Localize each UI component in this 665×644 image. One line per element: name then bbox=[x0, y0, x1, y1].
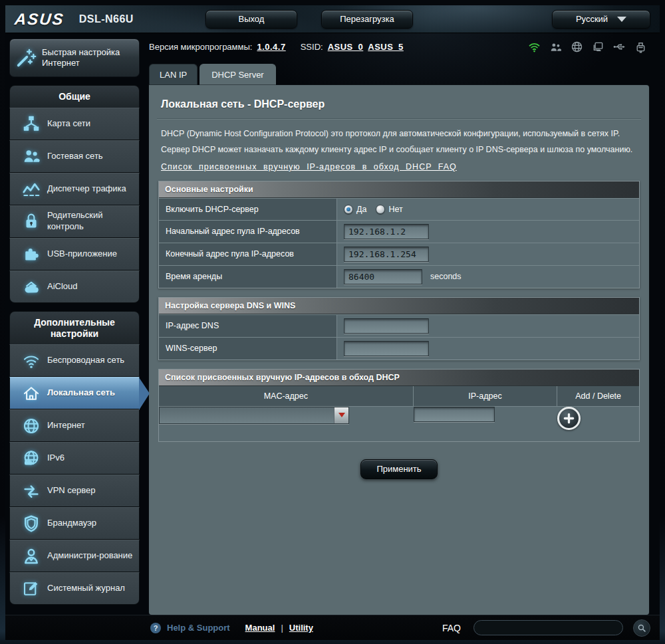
sidebar-group-header: Общие bbox=[9, 85, 140, 108]
reboot-button[interactable]: Перезагрузка bbox=[321, 10, 413, 29]
column-header-mac: MAC-адрес bbox=[159, 386, 414, 406]
tab-bar: LAN IP DHCP Server bbox=[142, 64, 649, 85]
sidebar-item-label: Карта сети bbox=[47, 118, 90, 130]
aicloud-icon bbox=[15, 276, 47, 296]
sidebar-item-wan[interactable]: Интернет bbox=[9, 409, 140, 442]
mac-address-select[interactable] bbox=[159, 407, 349, 424]
basic-settings-table: Основные настройки Включить DHCP-сервер … bbox=[158, 181, 640, 288]
sidebar-item-administration[interactable]: Администри-рование bbox=[9, 540, 140, 572]
internet-icon[interactable] bbox=[570, 40, 584, 54]
section-header-basic: Основные настройки bbox=[159, 181, 639, 198]
content-panel: Локальная сеть - DHCP-сервер DHCP (Dynam… bbox=[149, 85, 649, 615]
sidebar-item-label: Гостевая сеть bbox=[47, 151, 103, 162]
wan-icon bbox=[15, 416, 47, 436]
utility-link[interactable]: Utility bbox=[289, 623, 313, 633]
lease-time-input[interactable] bbox=[344, 269, 422, 284]
sidebar-item-vpn[interactable]: VPN сервер bbox=[9, 475, 140, 507]
usb-icon[interactable] bbox=[612, 40, 626, 54]
ssid-label: SSID: bbox=[301, 42, 323, 52]
add-entry-button[interactable] bbox=[557, 407, 581, 430]
manual-assignment-table: Список присвоенных вручную IP-адресов в … bbox=[158, 369, 640, 442]
guest-network-icon bbox=[15, 146, 47, 166]
dhcp-no-option[interactable]: Нет bbox=[376, 205, 402, 214]
table-row: Конечный адрес пула IP-адресов bbox=[159, 243, 639, 265]
dns-ip-input[interactable] bbox=[344, 318, 429, 334]
section-header-dns: Настройка сервера DNS и WINS bbox=[159, 298, 639, 314]
sidebar-item-aicloud[interactable]: AiCloud bbox=[9, 270, 140, 303]
firmware-label: Версия микропрограммы: bbox=[149, 42, 252, 52]
tab-dhcp-server[interactable]: DHCP Server bbox=[200, 64, 276, 85]
traffic-manager-icon bbox=[15, 179, 47, 199]
pool-start-input[interactable] bbox=[344, 224, 429, 239]
dhcp-yes-radio[interactable] bbox=[344, 205, 353, 214]
enable-dhcp-label: Включить DHCP-сервер bbox=[159, 199, 337, 220]
firmware-version-link[interactable]: 1.0.4.7 bbox=[257, 42, 285, 52]
tab-lan-ip[interactable]: LAN IP bbox=[149, 64, 198, 85]
dhcp-no-radio[interactable] bbox=[376, 205, 385, 214]
chevron-down-icon bbox=[617, 17, 626, 22]
dhcp-yes-label: Да bbox=[356, 205, 366, 214]
header-bar: ASUS DSL-N66U Выход Перезагрузка Русский bbox=[5, 5, 660, 33]
ssid-link-0[interactable]: ASUS_0 bbox=[328, 42, 364, 52]
search-button[interactable] bbox=[633, 619, 650, 637]
sidebar-item-label: Системный журнал bbox=[47, 583, 125, 594]
dhcp-no-label: Нет bbox=[388, 205, 402, 214]
sidebar-item-ipv6[interactable]: IPv6 bbox=[9, 442, 140, 475]
pool-start-label: Начальный адрес пула IP-адресов bbox=[159, 221, 337, 243]
logout-button[interactable]: Выход bbox=[205, 10, 297, 29]
sidebar-item-label: Локальная сеть bbox=[47, 387, 115, 399]
sidebar-item-quick-setup[interactable]: Быстрая настройка Интернет bbox=[9, 39, 140, 77]
sidebar-item-firewall[interactable]: Брандмауэр bbox=[9, 507, 140, 540]
language-dropdown[interactable]: Русский bbox=[552, 10, 650, 29]
sidebar-item-label: Беспроводная сеть bbox=[47, 355, 124, 366]
sidebar-group-advanced: Дополнительные настройки Беспроводная се… bbox=[9, 311, 140, 605]
sidebar-item-lan[interactable]: Локальная сеть bbox=[9, 377, 140, 409]
devices-icon[interactable] bbox=[591, 40, 605, 54]
sidebar-item-system-log[interactable]: Системный журнал bbox=[9, 572, 140, 605]
sidebar-item-usb-application[interactable]: USB-приложение bbox=[9, 238, 140, 270]
model-name: DSL-N66U bbox=[79, 13, 134, 25]
plus-icon bbox=[563, 413, 575, 424]
sidebar-item-parental-control[interactable]: Родительский контроль bbox=[9, 205, 140, 238]
firewall-icon bbox=[15, 514, 47, 534]
sidebar-item-label: VPN сервер bbox=[47, 485, 96, 496]
table-row: IP-адрес DNS bbox=[159, 314, 639, 337]
dns-wins-table: Настройка сервера DNS и WINS IP-адрес DN… bbox=[158, 297, 640, 360]
sidebar-item-traffic-manager[interactable]: Диспетчер трафика bbox=[9, 173, 140, 205]
wireless-icon bbox=[15, 351, 47, 371]
table-row: Начальный адрес пула IP-адресов bbox=[159, 220, 639, 243]
sidebar-item-label: USB-приложение bbox=[47, 249, 117, 260]
sidebar-item-label: Диспетчер трафика bbox=[47, 183, 126, 195]
apply-button[interactable]: Применить bbox=[360, 459, 438, 479]
info-bar: Версия микропрограммы: 1.0.4.7 SSID: ASU… bbox=[142, 33, 649, 57]
dhcp-yes-option[interactable]: Да bbox=[344, 205, 366, 214]
asus-logo: ASUS bbox=[14, 10, 66, 29]
enable-dhcp-field: Да Нет bbox=[337, 199, 639, 220]
footer-separator: | bbox=[281, 623, 283, 633]
pool-end-input[interactable] bbox=[344, 247, 429, 262]
sidebar-item-wireless[interactable]: Беспроводная сеть bbox=[9, 344, 140, 377]
sidebar-group-general: Общие Карта сети Гостевая сеть bbox=[9, 85, 140, 303]
sidebar-item-network-map[interactable]: Карта сети bbox=[9, 108, 140, 140]
sidebar: Быстрая настройка Интернет Общие Карта с… bbox=[5, 33, 142, 615]
clients-icon[interactable] bbox=[549, 40, 563, 54]
mac-address-value bbox=[160, 407, 334, 423]
table-header-row: MAC-адрес IP-адрес Add / Delete bbox=[159, 386, 639, 406]
modem-icon[interactable] bbox=[634, 40, 648, 54]
wifi-icon[interactable] bbox=[527, 40, 541, 54]
table-row bbox=[159, 406, 639, 441]
wins-server-input[interactable] bbox=[344, 341, 429, 356]
table-row: WINS-сервер bbox=[159, 337, 639, 360]
manual-assignment-faq-link[interactable]: Список присвоенных вручную IP-адресов в … bbox=[161, 162, 457, 171]
column-header-add-delete: Add / Delete bbox=[557, 386, 639, 406]
select-arrow-icon[interactable] bbox=[334, 407, 348, 423]
magic-wand-icon bbox=[10, 47, 42, 69]
ssid-link-1[interactable]: ASUS_5 bbox=[368, 42, 404, 52]
system-log-icon bbox=[15, 579, 47, 599]
faq-search-input[interactable] bbox=[473, 620, 623, 635]
manual-link[interactable]: Manual bbox=[245, 623, 275, 633]
sidebar-item-label: Быстрая настройка Интернет bbox=[42, 47, 139, 69]
sidebar-item-label: Родительский контроль bbox=[47, 210, 135, 233]
sidebar-item-guest-network[interactable]: Гостевая сеть bbox=[9, 140, 140, 173]
manual-ip-input[interactable] bbox=[414, 407, 495, 422]
